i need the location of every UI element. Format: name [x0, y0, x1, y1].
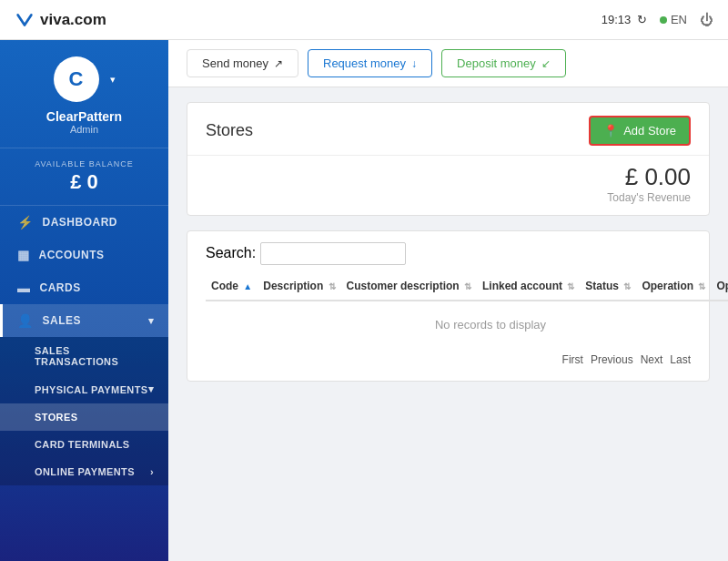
pagination-first[interactable]: First [562, 353, 583, 366]
sidebar-item-dashboard[interactable]: ⚡ DASHBOARD [0, 206, 168, 239]
table-body: No records to display [206, 301, 728, 348]
sort-icon-operation: ⇅ [698, 281, 705, 291]
sync-icon[interactable]: ↻ [637, 13, 647, 26]
add-store-button[interactable]: 📍 Add Store [589, 116, 691, 146]
send-money-button[interactable]: Send money ↗ [187, 49, 298, 77]
sort-icon-customer-desc: ⇅ [464, 281, 471, 291]
col-operation[interactable]: Operation ⇅ [636, 272, 711, 301]
profile-chevron-icon[interactable]: ▾ [110, 74, 116, 86]
balance-label: AVAILABLE BALANCE [9, 159, 159, 168]
sales-chevron-icon: ▾ [148, 315, 155, 327]
sidebar: C ▾ ClearPattern Admin AVAILABLE BALANCE… [0, 40, 168, 561]
col-description[interactable]: Description ⇅ [258, 272, 340, 301]
pagination-last[interactable]: Last [670, 353, 691, 366]
search-label: Search: [206, 245, 256, 260]
stores-table: Code ▲ Description ⇅ Customer descriptio… [206, 272, 728, 348]
send-money-icon: ↗ [274, 57, 283, 70]
table-wrap: Code ▲ Description ⇅ Customer descriptio… [187, 272, 709, 381]
dashboard-icon: ⚡ [17, 215, 34, 230]
physical-payments-chevron-icon: ▾ [148, 383, 154, 395]
profile-name: ClearPattern [46, 109, 122, 124]
request-money-button[interactable]: Request money ↓ [308, 49, 432, 77]
table-card: Search: Code ▲ Description [187, 230, 710, 382]
sort-icon-code: ▲ [243, 281, 252, 291]
revenue-amount: £ 0.00 [206, 163, 691, 191]
subnav-stores[interactable]: STORES [0, 403, 168, 431]
subnav-sales-transactions[interactable]: SALES TRANSACTIONS [0, 337, 168, 375]
main-content: Send money ↗ Request money ↓ Deposit mon… [168, 40, 728, 561]
balance-amount: £ 0 [9, 170, 159, 194]
accounts-icon: ▦ [17, 248, 30, 262]
request-money-icon: ↓ [411, 57, 417, 70]
sidebar-item-cards[interactable]: ▬ CARDS [0, 271, 168, 304]
table-empty-row: No records to display [206, 301, 728, 348]
cards-icon: ▬ [17, 280, 31, 295]
topbar-time: 19:13 ↻ [602, 13, 647, 26]
deposit-money-button[interactable]: Deposit money ↙ [441, 49, 566, 77]
revenue-label: Today's Revenue [206, 191, 691, 204]
table-header: Code ▲ Description ⇅ Customer descriptio… [206, 272, 728, 301]
col-options[interactable]: Options ⇅ [711, 272, 728, 301]
sort-icon-status: ⇅ [623, 281, 631, 291]
avatar: C [54, 56, 99, 102]
pagination-next[interactable]: Next [641, 353, 663, 366]
logo-icon [15, 10, 35, 30]
subnav-online-payments[interactable]: ONLINE PAYMENTS › [0, 458, 168, 485]
subnav-card-terminals[interactable]: CARD TERMINALS [0, 431, 168, 458]
deposit-money-icon: ↙ [541, 57, 551, 70]
power-button[interactable]: ⏻ [700, 12, 713, 27]
pin-icon: 📍 [603, 124, 618, 138]
sort-icon-linked-account: ⇅ [567, 281, 574, 291]
topbar: viva.com 19:13 ↻ EN ⏻ [0, 0, 728, 40]
col-code[interactable]: Code ▲ [206, 272, 258, 301]
pagination: First Previous Next Last [206, 348, 691, 366]
no-records-message: No records to display [206, 301, 728, 348]
sidebar-nav: ⚡ DASHBOARD ▦ ACCOUNTS ▬ CARDS 👤 SALES ▾… [0, 206, 168, 561]
subnav-physical-payments[interactable]: PHYSICAL PAYMENTS ▾ [0, 375, 168, 403]
stores-card: Stores 📍 Add Store £ 0.00 Today's Revenu… [187, 102, 710, 216]
stores-title: Stores [206, 121, 253, 140]
sales-icon: 👤 [17, 313, 34, 328]
page-content: Stores 📍 Add Store £ 0.00 Today's Revenu… [168, 87, 728, 561]
col-status[interactable]: Status ⇅ [580, 272, 636, 301]
sidebar-item-sales[interactable]: 👤 SALES ▾ [0, 304, 168, 337]
revenue-section: £ 0.00 Today's Revenue [187, 156, 709, 215]
lang-status-dot [660, 16, 667, 24]
logo: viva.com [15, 10, 106, 30]
stores-card-header: Stores 📍 Add Store [187, 103, 709, 156]
pagination-previous[interactable]: Previous [591, 353, 633, 366]
sidebar-item-accounts[interactable]: ▦ ACCOUNTS [0, 239, 168, 271]
online-payments-arrow-icon: › [150, 466, 154, 477]
col-linked-account[interactable]: Linked account ⇅ [477, 272, 580, 301]
sort-icon-description: ⇅ [329, 281, 336, 291]
sidebar-profile: C ▾ ClearPattern Admin [0, 40, 168, 148]
balance-section: AVAILABLE BALANCE £ 0 [0, 148, 168, 206]
search-row: Search: [187, 231, 709, 272]
layout: C ▾ ClearPattern Admin AVAILABLE BALANCE… [0, 40, 728, 561]
language-selector[interactable]: EN [660, 13, 687, 26]
logo-text: viva.com [40, 11, 106, 29]
action-bar: Send money ↗ Request money ↓ Deposit mon… [168, 40, 728, 87]
search-input[interactable] [260, 242, 406, 265]
sales-subnav: SALES TRANSACTIONS PHYSICAL PAYMENTS ▾ S… [0, 337, 168, 485]
profile-role: Admin [70, 124, 98, 135]
col-customer-description[interactable]: Customer description ⇅ [341, 272, 477, 301]
topbar-right: 19:13 ↻ EN ⏻ [602, 12, 713, 27]
